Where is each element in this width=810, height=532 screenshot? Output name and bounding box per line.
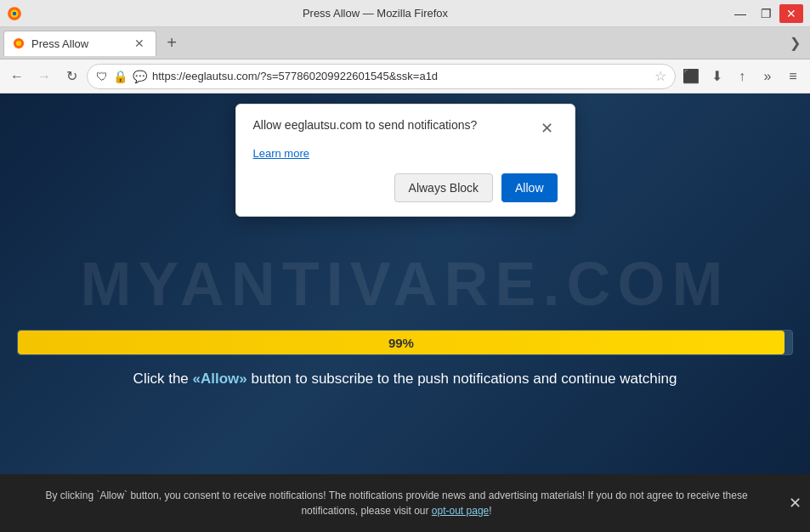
extensions-button[interactable]: » (756, 65, 779, 88)
tab-expand-button[interactable]: ❯ (783, 31, 807, 55)
progress-percent: 99% (388, 336, 414, 350)
lock-icon: 🔒 (113, 70, 127, 83)
back-button[interactable]: ← (5, 65, 29, 88)
bottom-bar-text-end: ! (489, 505, 491, 517)
firefox-logo-icon (7, 6, 22, 21)
tab-favicon-icon (13, 37, 25, 49)
title-bar: Press Allow — Mozilla Firefox — ❐ ✕ (0, 0, 810, 27)
title-controls: — ❐ ✕ (728, 4, 803, 23)
bottom-bar-close-button[interactable]: ✕ (789, 494, 802, 512)
url-text: https://eeglautsu.com/?s=577860209922601… (152, 70, 649, 82)
tab-bar: Press Allow ✕ + ❯ (0, 27, 810, 59)
bottom-bar-text: By clicking `Allow` button, you consent … (31, 488, 762, 518)
bookmark-star-icon[interactable]: ☆ (654, 68, 666, 84)
refresh-button[interactable]: ↻ (59, 65, 83, 88)
bottom-notification-bar: By clicking `Allow` button, you consent … (0, 474, 810, 532)
downloads-button[interactable]: ⬇ (705, 65, 728, 88)
shield-icon: 🛡 (96, 70, 108, 83)
popup-close-button[interactable]: ✕ (537, 118, 558, 139)
progress-bar-container: 99% (17, 330, 793, 355)
pocket-button[interactable]: ⬛ (679, 65, 703, 88)
address-bar[interactable]: 🛡 🔒 💬 https://eeglautsu.com/?s=577860209… (87, 64, 676, 89)
title-bar-left (7, 6, 22, 21)
active-tab[interactable]: Press Allow ✕ (3, 31, 156, 56)
popup-header: Allow eeglautsu.com to send notification… (253, 118, 558, 139)
share-button[interactable]: ↑ (730, 65, 754, 88)
maximize-button[interactable]: ❐ (754, 4, 778, 23)
progress-label-text: Click the «Allow» button to subscribe to… (133, 371, 677, 387)
always-block-button[interactable]: Always Block (394, 173, 493, 202)
menu-button[interactable]: ≡ (781, 65, 805, 88)
bottom-bar-message: By clicking `Allow` button, you consent … (45, 490, 747, 517)
close-window-button[interactable]: ✕ (779, 4, 803, 23)
notification-icon: 💬 (133, 70, 147, 83)
tab-title: Press Allow (31, 37, 125, 50)
nav-right-icons: ⬛ ⬇ ↑ » ≡ (679, 65, 805, 88)
progress-section: 99% Click the «Allow» button to subscrib… (17, 330, 793, 389)
minimize-button[interactable]: — (728, 4, 752, 23)
popup-title: Allow eeglautsu.com to send notification… (253, 118, 537, 132)
forward-button[interactable]: → (32, 65, 56, 88)
new-tab-button[interactable]: + (160, 31, 184, 55)
tab-close-button[interactable]: ✕ (132, 36, 147, 51)
watermark-text: MYANTIVARE.COM (80, 249, 729, 319)
progress-label: Click the «Allow» button to subscribe to… (17, 369, 793, 389)
progress-bar-fill: 99% (18, 331, 785, 354)
opt-out-link[interactable]: opt-out page (432, 505, 489, 517)
svg-point-2 (13, 11, 17, 15)
navigation-bar: ← → ↻ 🛡 🔒 💬 https://eeglautsu.com/?s=577… (0, 59, 810, 93)
window-title: Press Allow — Mozilla Firefox (22, 7, 728, 20)
popup-buttons: Always Block Allow (253, 173, 558, 202)
learn-more-link[interactable]: Learn more (253, 147, 558, 160)
svg-point-4 (16, 41, 21, 46)
allow-button[interactable]: Allow (501, 173, 557, 202)
main-content: MYANTIVARE.COM 99% Click the «Allow» but… (0, 93, 810, 474)
notification-popup: Allow eeglautsu.com to send notification… (235, 104, 575, 217)
